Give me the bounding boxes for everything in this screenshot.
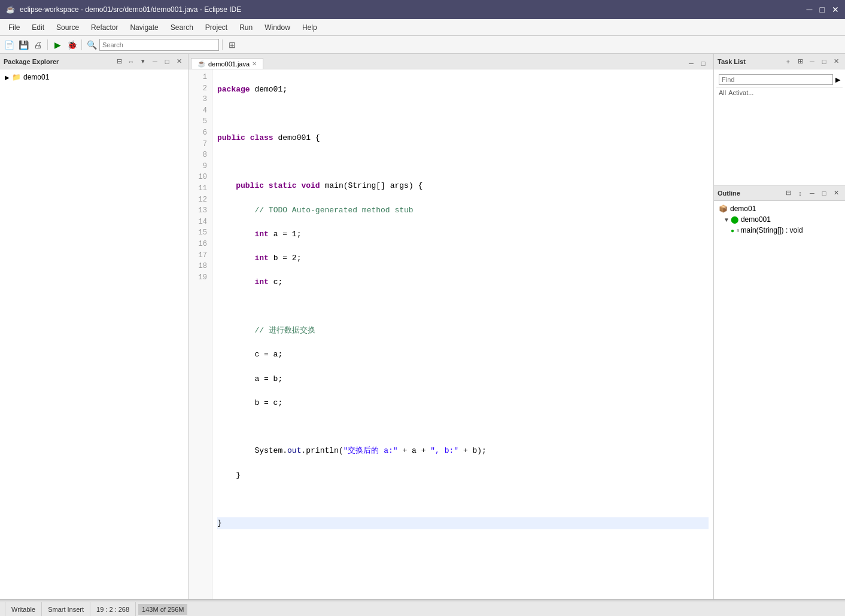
- code-editor[interactable]: 1 2 3 4 5 6 7 8 9 10 11 12 13 14 15 16 1…: [189, 69, 713, 599]
- title-bar: ☕ eclipse-workspace - demo01/src/demo01/…: [0, 0, 845, 19]
- editor-minimize-button[interactable]: ─: [686, 58, 697, 69]
- center-panel: ☕ demo001.java ✕ ─ □ 1 2 3 4 5 6 7 8: [189, 54, 713, 599]
- view-menu-button[interactable]: ▾: [138, 56, 148, 67]
- tree-item-demo01[interactable]: ▶ 📁 demo01: [0, 72, 188, 83]
- link-editor-button[interactable]: ↔: [126, 56, 136, 67]
- menu-bar: File Edit Source Refactor Navigate Searc…: [0, 19, 845, 36]
- project-icon: 📁: [12, 73, 21, 81]
- search-button[interactable]: 🔍: [85, 38, 98, 51]
- task-list-title: Task List: [718, 58, 783, 65]
- status-bar: Writable Smart Insert 19 : 2 : 268 143M …: [0, 602, 845, 616]
- task-list-header: Task List + ⊞ ─ □ ✕: [714, 54, 845, 69]
- task-find-row: ▶: [716, 72, 843, 88]
- run-button[interactable]: ▶: [51, 38, 64, 51]
- tab-icon: ☕: [197, 60, 206, 68]
- tree-arrow-demo01: ▶: [5, 74, 10, 81]
- class-expand-arrow: ▼: [724, 216, 730, 223]
- outline-collapse-button[interactable]: ⊟: [783, 188, 794, 199]
- outline-item-class[interactable]: ▼ ⬤ demo001: [714, 214, 845, 225]
- tab-title: demo001.java: [208, 60, 250, 68]
- outline-close-button[interactable]: ✕: [831, 188, 841, 199]
- toolbar: 📄 💾 🖨 ▶ 🐞 🔍 ⊞: [0, 36, 845, 54]
- eclipse-icon: ☕: [6, 5, 15, 14]
- maximize-button[interactable]: □: [820, 5, 825, 14]
- menu-run[interactable]: Run: [233, 21, 259, 34]
- package-outline-icon: 📦: [719, 205, 728, 213]
- status-memory: 143M of 256M: [138, 604, 187, 615]
- package-explorer-header: Package Explorer ⊟ ↔ ▾ ─ □ ✕: [0, 54, 188, 69]
- status-writable: Writable: [5, 602, 42, 616]
- editor-maximize-button[interactable]: □: [698, 58, 709, 69]
- outline-item-package[interactable]: 📦 demo01: [714, 203, 845, 214]
- outline-method-label: main(String[]) : void: [741, 226, 803, 234]
- close-panel-button[interactable]: ✕: [174, 56, 184, 67]
- close-button[interactable]: ✕: [832, 5, 839, 14]
- left-panel: Package Explorer ⊟ ↔ ▾ ─ □ ✕ ▶ 📁 demo01: [0, 54, 189, 599]
- menu-edit[interactable]: Edit: [26, 21, 50, 34]
- window-title: eclipse-workspace - demo01/src/demo01/de…: [20, 5, 807, 14]
- outline-minimize-button[interactable]: ─: [807, 188, 817, 199]
- outline-maximize-button[interactable]: □: [819, 188, 829, 199]
- tag-all[interactable]: All: [719, 89, 726, 96]
- editor-tab-bar: ☕ demo001.java ✕ ─ □: [189, 54, 713, 69]
- debug-button[interactable]: 🐞: [65, 38, 78, 51]
- main-layout: Package Explorer ⊟ ↔ ▾ ─ □ ✕ ▶ 📁 demo01 …: [0, 54, 845, 599]
- new-button[interactable]: 📄: [2, 38, 16, 51]
- task-maximize-button[interactable]: □: [819, 56, 829, 67]
- class-outline-icon: ⬤: [731, 215, 738, 224]
- task-add-button[interactable]: +: [783, 56, 794, 67]
- line-numbers: 1 2 3 4 5 6 7 8 9 10 11 12 13 14 15 16 1…: [189, 69, 212, 599]
- editor-tab-demo001[interactable]: ☕ demo001.java ✕: [191, 58, 263, 69]
- menu-navigate[interactable]: Navigate: [124, 21, 164, 34]
- menu-refactor[interactable]: Refactor: [85, 21, 124, 34]
- right-panel: Task List + ⊞ ─ □ ✕ ▶ All Activat...: [713, 54, 845, 599]
- tag-activate[interactable]: Activat...: [728, 89, 753, 96]
- minimize-button[interactable]: ─: [807, 5, 813, 14]
- outline-header: Outline ⊟ ↕ ─ □ ✕: [714, 185, 845, 201]
- project-label: demo01: [23, 73, 49, 81]
- perspective-button[interactable]: ⊞: [226, 38, 239, 51]
- status-insert-mode: Smart Insert: [42, 602, 90, 616]
- menu-help[interactable]: Help: [296, 21, 323, 34]
- task-list-panel: Task List + ⊞ ─ □ ✕ ▶ All Activat...: [714, 54, 845, 185]
- minimize-panel-button[interactable]: ─: [150, 56, 160, 67]
- status-position: 19 : 2 : 268: [90, 602, 136, 616]
- code-content[interactable]: package demo01; public class demo001 { p…: [212, 69, 713, 599]
- task-minimize-button[interactable]: ─: [807, 56, 817, 67]
- task-find-input[interactable]: [719, 74, 833, 85]
- print-button[interactable]: 🖨: [31, 38, 44, 51]
- tab-close-button[interactable]: ✕: [252, 60, 257, 67]
- menu-project[interactable]: Project: [199, 21, 233, 34]
- toolbar-search-input[interactable]: [99, 39, 219, 51]
- outline-package-label: demo01: [730, 205, 756, 213]
- outline-class-label: demo001: [741, 215, 771, 224]
- outline-title: Outline: [718, 190, 783, 197]
- superscript-s: s: [737, 227, 740, 233]
- collapse-all-button[interactable]: ⊟: [114, 56, 124, 67]
- package-explorer-content: ▶ 📁 demo01: [0, 69, 188, 599]
- method-outline-icon: ●: [731, 227, 734, 234]
- outline-content: 📦 demo01 ▼ ⬤ demo001 ● s main(String[]) …: [714, 201, 845, 599]
- menu-search[interactable]: Search: [165, 21, 199, 34]
- task-find-arrow: ▶: [835, 76, 840, 84]
- outline-item-method[interactable]: ● s main(String[]) : void: [714, 225, 845, 236]
- task-filter-button[interactable]: ⊞: [795, 56, 806, 67]
- task-close-button[interactable]: ✕: [831, 56, 841, 67]
- save-button[interactable]: 💾: [17, 38, 30, 51]
- package-explorer-title: Package Explorer: [4, 58, 114, 65]
- maximize-panel-button[interactable]: □: [162, 56, 172, 67]
- outline-sort-button[interactable]: ↕: [795, 188, 806, 199]
- menu-window[interactable]: Window: [259, 21, 296, 34]
- menu-file[interactable]: File: [2, 21, 26, 34]
- task-tags: All Activat...: [716, 88, 843, 97]
- outline-panel: Outline ⊟ ↕ ─ □ ✕ 📦 demo01 ▼ ⬤: [714, 185, 845, 599]
- menu-source[interactable]: Source: [50, 21, 85, 34]
